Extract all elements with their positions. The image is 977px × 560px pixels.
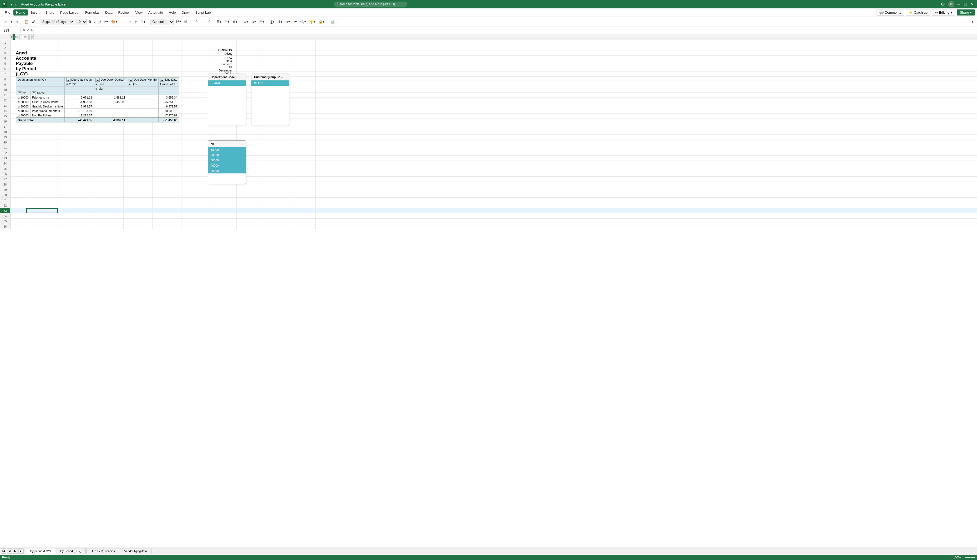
cell-A19[interactable] [10,135,26,140]
cell-G32[interactable] [182,203,210,208]
cell-G2[interactable] [182,45,210,50]
cell-F29[interactable] [152,187,182,192]
grid-row-33[interactable]: 33 [0,208,977,213]
fill-color-button[interactable]: 🎨▾ [110,19,119,25]
cell-F20[interactable] [152,140,182,145]
cell-I5[interactable] [237,61,263,66]
cell-B24[interactable] [26,161,58,166]
cell-B26[interactable] [26,171,58,176]
cell-G1[interactable] [182,40,210,45]
cell-E21[interactable] [124,145,152,150]
cell-B31[interactable] [26,198,58,203]
cell-D23[interactable] [92,155,124,160]
undo-dropdown[interactable]: ▾ [9,19,14,25]
font-size-select[interactable]: 10 [75,19,87,25]
cell-D33[interactable] [92,208,124,213]
menu-script-lab[interactable]: Script Lab [193,10,214,15]
cell-D26[interactable] [92,171,124,176]
comments-button[interactable]: 💬 Comments [877,9,904,16]
cell-G34[interactable] [182,213,210,218]
col-header-c[interactable]: C [15,34,17,40]
cell-K26[interactable] [289,171,316,176]
cell-D22[interactable] [92,150,124,155]
cell-E29[interactable] [124,187,152,192]
grid-row-23[interactable]: 23 [0,155,977,161]
cell-reference-input[interactable] [2,28,20,33]
cell-H33[interactable] [210,208,237,213]
menu-share[interactable]: Share [43,10,57,15]
cell-A32[interactable] [10,203,26,208]
cell-A2[interactable] [10,45,26,50]
col-header-e[interactable]: E [20,34,22,40]
cell-I34[interactable] [237,213,263,218]
cell-D21[interactable] [92,145,124,150]
no-10000[interactable]: 10000 [208,147,246,152]
cell-G15[interactable] [182,113,210,118]
expand-qtr2[interactable]: ⊞ [129,83,131,86]
cell-H29[interactable] [210,187,237,192]
cell-D6[interactable] [92,66,124,71]
cell-K28[interactable] [289,182,316,187]
close-button[interactable]: ✕ [970,2,975,6]
settings-icon[interactable]: ⚙ [940,2,946,7]
cell-F35[interactable] [152,218,182,223]
cell-F27[interactable] [152,177,182,182]
cell-H18[interactable] [210,129,237,134]
more-button[interactable]: ··· [119,19,125,25]
analyze-button[interactable]: 📊 [329,19,336,25]
grid-row-29[interactable]: 29 [0,187,977,192]
cell-H34[interactable] [210,213,237,218]
cell-E33[interactable] [124,208,152,213]
cell-E2[interactable] [124,45,152,50]
cell-A27[interactable] [10,177,26,182]
format-painter-button[interactable]: 🖌 [30,19,37,25]
cell-K33[interactable] [289,208,316,213]
redo-button[interactable]: ↪ [14,19,20,25]
cell-C19[interactable] [58,135,92,140]
cell-D28[interactable] [92,182,124,187]
sheet-nav-next[interactable]: ▶ [13,548,18,554]
cell-G27[interactable] [182,177,210,182]
cell-D24[interactable] [92,161,124,166]
minimize-button[interactable]: ─ [957,2,961,6]
cell-C18[interactable] [58,129,92,134]
expand-20000[interactable]: ⊟ [18,101,20,103]
cell-A29[interactable] [10,187,26,192]
cell-K36[interactable] [289,224,316,229]
cell-J19[interactable] [263,135,289,140]
cell-G23[interactable] [182,155,210,160]
cell-A1[interactable] [10,40,26,45]
date-filter-icon[interactable]: ☰ [160,78,164,82]
cell-I18[interactable] [237,129,263,134]
cell-J27[interactable] [263,177,289,182]
menu-help[interactable]: Help [166,10,179,15]
cell-C25[interactable] [58,166,92,171]
cell-K31[interactable] [289,198,316,203]
cell-I32[interactable] [237,203,263,208]
cell-B19[interactable] [26,135,58,140]
cell-B27[interactable] [26,177,58,182]
menu-draw[interactable]: Draw [179,10,192,15]
cell-G20[interactable] [182,140,210,145]
cell-K19[interactable] [289,135,316,140]
cell-G12[interactable] [182,98,210,103]
col-header-h[interactable]: H [26,34,28,40]
grid-row-21[interactable]: 21 [0,145,977,150]
cell-D32[interactable] [92,203,124,208]
grid-row-7[interactable]: 7 [0,72,977,77]
menu-home[interactable]: Home [13,10,28,15]
cell-C29[interactable] [58,187,92,192]
cell-B33[interactable] [26,208,58,213]
expand-2022[interactable]: ⊞ [66,83,68,86]
cell-G4[interactable] [182,56,210,61]
cell-K14[interactable] [289,108,316,113]
cell-J28[interactable] [263,182,289,187]
cell-I19[interactable] [237,135,263,140]
cell-G36[interactable] [182,224,210,229]
cell-A33[interactable] [10,208,26,213]
cell-I35[interactable] [237,218,263,223]
cell-J21[interactable] [263,145,289,150]
cell-G9[interactable] [182,82,210,87]
cell-B2[interactable] [26,45,58,50]
cell-C27[interactable] [58,177,92,182]
